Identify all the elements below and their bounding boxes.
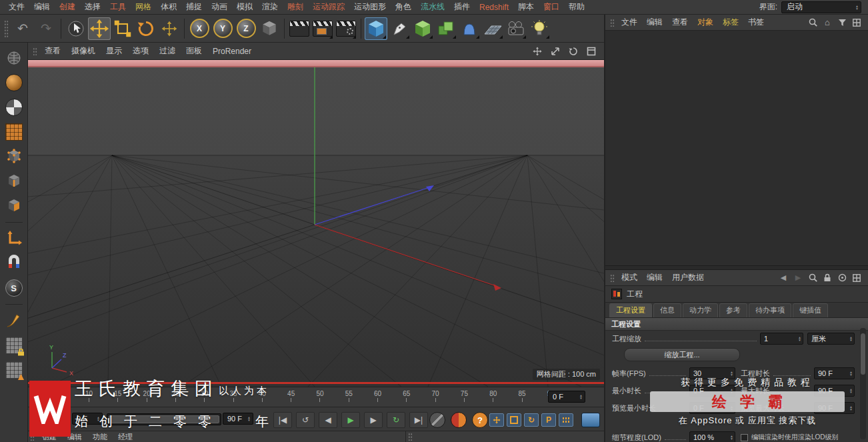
object-manager-menu-item[interactable]: 对象 xyxy=(693,17,718,28)
timeline-ruler[interactable]: 1015202530354045505560657075808590 0 F ▲… xyxy=(28,387,604,407)
live-selection-button[interactable] xyxy=(65,17,87,40)
viewport-menu-item[interactable]: ProRender xyxy=(207,47,257,56)
material-menu-item[interactable]: 编辑 xyxy=(62,432,87,442)
spinner-icon[interactable]: ▲▼ xyxy=(97,416,100,421)
dock-button[interactable] xyxy=(852,273,861,283)
render-view-button[interactable] xyxy=(288,17,311,40)
attribute-tab[interactable]: 参考 xyxy=(719,303,747,317)
menu-item[interactable]: 工具 xyxy=(105,1,131,13)
undo-button[interactable]: ↶ xyxy=(11,17,34,40)
fps-field[interactable]: 30 ▲▼ xyxy=(689,367,735,379)
attribute-tab[interactable]: 键插值 xyxy=(793,303,828,317)
instance-button[interactable] xyxy=(435,17,457,40)
viewport-menu-item[interactable]: 选项 xyxy=(127,45,154,57)
menu-item[interactable]: 雕刻 xyxy=(283,1,308,13)
record-parameter-toggle[interactable]: P xyxy=(541,413,556,427)
spline-pen-button[interactable] xyxy=(388,17,411,40)
search-button[interactable] xyxy=(808,18,817,27)
workplane-snap-button[interactable] xyxy=(3,359,25,381)
y-axis-lock-button[interactable]: Y xyxy=(211,17,234,40)
history-forward-button[interactable]: ▶ xyxy=(793,273,803,283)
subdivision-surface-button[interactable] xyxy=(411,17,434,40)
menu-item[interactable]: 创建 xyxy=(55,1,80,13)
zoom-view-button[interactable] xyxy=(548,45,563,58)
preview-max-field[interactable]: 90 F ▲▼ xyxy=(814,402,855,414)
point-mode-button[interactable] xyxy=(3,145,25,168)
scale-tool-button[interactable] xyxy=(111,17,134,40)
menu-item[interactable]: 体积 xyxy=(156,1,181,13)
toolbar-grip[interactable] xyxy=(4,20,9,37)
viewport-menu-item[interactable]: 面板 xyxy=(181,45,207,57)
spinner-icon[interactable]: ▲▼ xyxy=(849,336,853,341)
scale-project-button[interactable]: 缩放工程... xyxy=(624,348,740,361)
menu-item[interactable]: 动画 xyxy=(207,1,232,13)
spinner-icon[interactable]: ▲▼ xyxy=(798,336,801,341)
object-manager-menu-item[interactable]: 查看 xyxy=(667,17,693,28)
current-frame-field[interactable]: 0 F ▲▼ xyxy=(548,391,585,403)
snap-magnet-button[interactable] xyxy=(3,252,25,275)
project-scale-unit-select[interactable]: 厘米 ▲▼ xyxy=(807,333,855,345)
range-slider[interactable] xyxy=(107,413,221,425)
target-button[interactable] xyxy=(837,273,847,283)
recent-tool-button[interactable] xyxy=(158,17,181,40)
attribute-manager-menu-item[interactable]: 编辑 xyxy=(642,272,667,283)
range-slider-handle[interactable] xyxy=(109,415,219,423)
panel-grip[interactable] xyxy=(610,274,615,282)
search-button[interactable] xyxy=(808,273,817,283)
toggle-view-button[interactable] xyxy=(584,45,599,58)
duration-field[interactable]: 90 F ▲▼ xyxy=(814,367,855,379)
open-timeline-button[interactable] xyxy=(581,413,600,427)
record-rotation-toggle[interactable]: ↻ xyxy=(524,413,539,427)
interface-select[interactable]: 启动 ▲▼ xyxy=(781,1,861,13)
edge-mode-button[interactable] xyxy=(3,170,25,193)
spinner-icon[interactable]: ▲▼ xyxy=(849,388,853,393)
viewport-menu-item[interactable]: 显示 xyxy=(101,45,127,57)
menu-item[interactable]: 网格 xyxy=(131,1,156,13)
spinner-icon[interactable]: ▲▼ xyxy=(849,371,853,376)
attribute-tab[interactable]: 信息 xyxy=(653,303,681,317)
render-settings-button[interactable] xyxy=(335,17,357,40)
attribute-manager-menu-item[interactable]: 用户数据 xyxy=(667,272,709,283)
attribute-tab[interactable]: 工程设置 xyxy=(609,303,652,317)
transport-button[interactable]: ▶| xyxy=(409,412,428,428)
attribute-tab[interactable]: 待办事项 xyxy=(749,303,791,317)
transport-button[interactable]: ◀ xyxy=(319,412,337,428)
brush-button[interactable] xyxy=(3,309,25,332)
playhead[interactable] xyxy=(35,389,43,406)
deformer-button[interactable] xyxy=(458,17,481,40)
render-picture-viewer-button[interactable] xyxy=(311,17,334,40)
preview-min-field[interactable]: 0 F ▲▼ xyxy=(689,402,735,414)
record-pla-toggle[interactable] xyxy=(559,413,573,427)
attribute-scrollbar[interactable] xyxy=(860,328,866,439)
material-menu-item[interactable]: 功能 xyxy=(87,432,113,442)
transport-button[interactable]: |◀ xyxy=(273,412,292,428)
menu-item[interactable]: 编辑 xyxy=(29,1,55,13)
model-mode-button[interactable] xyxy=(3,71,25,94)
home-button[interactable]: ⌂ xyxy=(823,18,832,27)
redo-button[interactable]: ↷ xyxy=(35,17,57,40)
menu-item[interactable]: 流水线 xyxy=(416,1,449,13)
polygon-mode-button[interactable] xyxy=(3,195,25,217)
x-axis-lock-button[interactable]: X xyxy=(188,17,211,40)
spinner-icon[interactable]: ▲▼ xyxy=(849,405,853,411)
spinner-icon[interactable]: ▲▼ xyxy=(730,405,733,411)
range-start-field[interactable]: 0 F ▲▼ xyxy=(72,413,103,425)
min-time-field[interactable]: 0 F ▲▼ xyxy=(689,385,735,397)
lock-button[interactable] xyxy=(823,273,832,283)
record-scale-toggle[interactable] xyxy=(507,413,521,427)
project-scale-field[interactable]: 1 ▲▼ xyxy=(760,333,803,345)
autokey-help-button[interactable]: ? xyxy=(472,412,488,428)
menu-item[interactable]: 脚本 xyxy=(513,1,539,13)
spinner-icon[interactable]: ▲▼ xyxy=(730,435,733,440)
object-manager-menu-item[interactable]: 书签 xyxy=(743,17,769,28)
menu-item[interactable]: 窗口 xyxy=(539,1,564,13)
range-end-field[interactable]: 90 F ▲▼ xyxy=(223,413,253,425)
uv-mode-button[interactable] xyxy=(3,121,25,143)
transport-button[interactable]: ↻ xyxy=(387,412,405,428)
object-manager-menu-item[interactable]: 文件 xyxy=(617,17,642,28)
menu-item[interactable]: 角色 xyxy=(391,1,416,13)
menu-item[interactable]: 选择 xyxy=(80,1,105,13)
light-button[interactable] xyxy=(528,17,551,40)
history-back-button[interactable]: ◀ xyxy=(779,273,788,283)
move-tool-button[interactable] xyxy=(88,17,111,40)
